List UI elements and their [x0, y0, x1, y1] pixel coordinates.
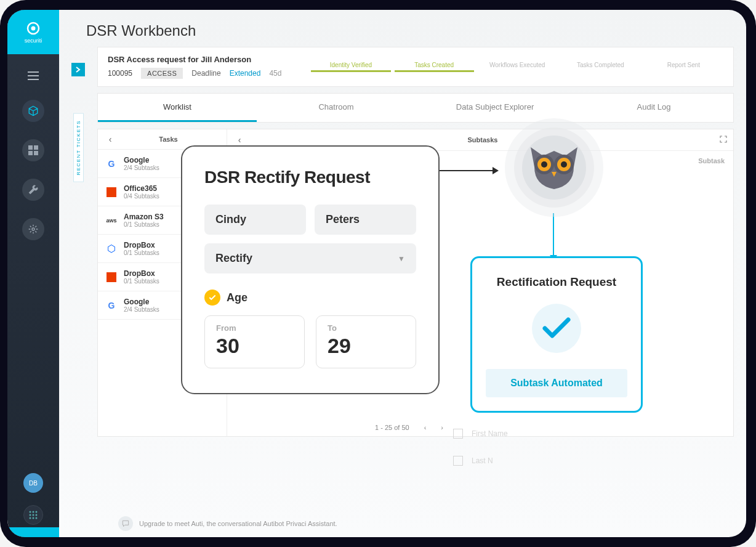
pagination: 1 - 25 of 50 ‹ ›: [375, 424, 443, 431]
svg-point-21: [561, 161, 567, 168]
deadline-days: 45d: [269, 69, 281, 78]
task-subcount: 0/1 Subtasks: [124, 249, 159, 256]
svg-point-8: [33, 511, 34, 513]
svg-point-13: [30, 517, 31, 519]
expand-tickets-button[interactable]: [71, 63, 85, 76]
svg-rect-5: [34, 151, 38, 155]
office-icon: [107, 272, 116, 282]
google-icon: G: [108, 159, 115, 169]
page-title: DSR Workbench: [59, 10, 746, 47]
sidebar: securiti DB: [7, 10, 59, 537]
menu-icon[interactable]: [28, 71, 39, 83]
nav-gear-icon[interactable]: [22, 218, 44, 240]
task-name: Google: [124, 156, 159, 164]
apps-icon[interactable]: [23, 505, 43, 525]
tab-worklist[interactable]: Worklist: [98, 94, 257, 122]
user-avatar[interactable]: DB: [23, 473, 43, 493]
rectify-request-modal: DSR Rectify Request Cindy Peters Rectify…: [181, 145, 440, 394]
from-box[interactable]: From 30: [204, 315, 305, 368]
nav-dashboard-icon[interactable]: [22, 139, 44, 161]
dropbox-icon: ⬡: [107, 243, 116, 254]
task-subcount: 0/1 Subtasks: [124, 278, 159, 285]
aws-icon: aws: [106, 217, 116, 224]
owl-icon: [525, 142, 584, 193]
svg-rect-2: [28, 145, 33, 150]
svg-point-14: [33, 517, 34, 519]
page-next-icon[interactable]: ›: [441, 424, 443, 431]
expand-icon[interactable]: [720, 134, 727, 145]
chevron-down-icon: ▼: [398, 254, 405, 263]
brand-text: securiti: [25, 38, 42, 44]
request-id: 100095: [108, 69, 132, 78]
footer-tip: Upgrade to meet Auti, the conversational…: [118, 516, 337, 531]
arrow-connector: [438, 170, 494, 171]
modal-title: DSR Rectify Request: [204, 168, 416, 187]
result-card: Rectification Request Subtask Automated: [470, 256, 643, 413]
request-type-chip: ACCESS: [141, 68, 183, 79]
svg-point-10: [30, 514, 31, 516]
tab-chatroom[interactable]: Chatroom: [257, 94, 416, 122]
success-check-icon: [532, 304, 581, 353]
request-title: DSR Access request for Jill Anderson: [108, 55, 281, 64]
step-tasks-created: Tasks Created: [395, 62, 474, 72]
task-subcount: 0/4 Subtasks: [124, 193, 159, 200]
faded-fields: First Name Last N: [453, 429, 508, 466]
brand-logo[interactable]: securiti: [7, 10, 59, 54]
main-tabs: Worklist Chatroom Data Subject Explorer …: [97, 93, 734, 123]
from-label: From: [216, 323, 293, 333]
last-name-field[interactable]: Peters: [315, 205, 416, 235]
to-label: To: [328, 323, 404, 333]
svg-rect-4: [28, 151, 33, 155]
step-tasks-completed: Tasks Completed: [561, 62, 640, 72]
page-prev-icon[interactable]: ‹: [424, 424, 427, 431]
from-value: 30: [216, 334, 293, 358]
action-select[interactable]: Rectify ▼: [204, 243, 416, 274]
deadline-status[interactable]: Extended: [230, 69, 261, 78]
step-workflows-executed: Workflows Executed: [478, 62, 557, 72]
pagination-text: 1 - 25 of 50: [375, 424, 409, 431]
recent-tickets-label[interactable]: RECENT TICKETS: [73, 113, 84, 182]
svg-point-11: [33, 514, 34, 516]
deadline-label: Deadline: [191, 69, 220, 78]
office-icon: [107, 187, 116, 197]
svg-point-20: [541, 161, 547, 168]
task-subcount: 2/4 Subtasks: [124, 164, 159, 171]
task-name: Amazon S3: [124, 213, 164, 221]
task-name: DropBox: [124, 241, 159, 249]
task-name: Office365: [124, 184, 159, 193]
checkbox-icon[interactable]: [453, 456, 463, 466]
nav-cube-icon[interactable]: [22, 100, 44, 122]
svg-point-15: [36, 517, 38, 519]
svg-rect-3: [34, 145, 38, 150]
arrow-head-icon: [493, 167, 499, 174]
request-header: DSR Access request for Jill Anderson 100…: [97, 47, 734, 87]
securiti-icon: [26, 21, 41, 36]
svg-point-9: [36, 511, 38, 513]
step-report-sent: Report Sent: [644, 62, 723, 72]
svg-point-6: [32, 228, 34, 230]
tasks-header: Tasks: [116, 136, 220, 143]
to-value: 29: [328, 334, 404, 358]
task-subcount: 2/4 Subtasks: [124, 306, 159, 313]
tasks-back-icon[interactable]: ‹: [104, 134, 116, 144]
field-label: Age: [227, 291, 247, 304]
connector-line: [553, 213, 554, 256]
svg-point-1: [31, 26, 36, 30]
task-name: Google: [124, 298, 159, 306]
svg-point-7: [30, 511, 31, 513]
step-identity-verified: Identity Verified: [311, 62, 390, 72]
task-name: DropBox: [124, 269, 159, 278]
subtask-automated-button[interactable]: Subtask Automated: [486, 369, 627, 397]
owl-mascot: [505, 118, 603, 217]
checkbox-icon[interactable]: [453, 429, 463, 439]
progress-steps: Identity Verified Tasks Created Workflow…: [311, 62, 723, 72]
nav-wrench-icon[interactable]: [22, 179, 44, 201]
subtasks-back-icon[interactable]: ‹: [233, 135, 246, 145]
subtasks-header: Subtasks: [246, 136, 720, 144]
google-icon: G: [108, 301, 115, 310]
footer-tip-text: Upgrade to meet Auti, the conversational…: [139, 520, 337, 527]
to-box[interactable]: To 29: [316, 315, 416, 368]
chat-icon[interactable]: [118, 516, 133, 531]
check-circle-icon[interactable]: [204, 290, 220, 306]
first-name-field[interactable]: Cindy: [204, 205, 306, 235]
